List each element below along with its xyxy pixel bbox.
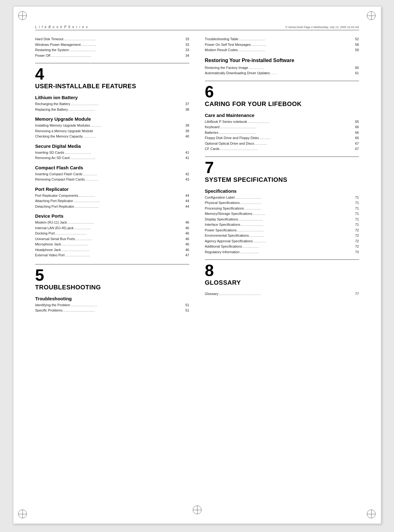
chapter-num-8: 8	[205, 262, 359, 278]
content-columns: Hard Disk Timeout ......................…	[35, 36, 359, 313]
toc-entry: Attaching Port Replicator ..............…	[35, 198, 189, 204]
toc-entry: Removing a Memory Upgrade Module 39	[35, 128, 189, 134]
corner-mark-br	[367, 510, 376, 519]
toc-entry: Inserting Compact Flash Cards ..........…	[35, 172, 189, 177]
section-heading-secure-digital: Secure Digital Media	[35, 143, 189, 149]
chapter-num-4: 4	[35, 66, 189, 82]
chapter-title-7: SYSTEM SPECIFICATIONS	[205, 176, 359, 183]
toc-entry: Detaching Port Replicator ..............…	[35, 204, 189, 209]
header-brand: L i f e B o o k P S e r i e s	[35, 25, 88, 29]
corner-mark-bl	[18, 510, 27, 519]
page-header: L i f e B o o k P S e r i e s P Series.b…	[35, 25, 359, 30]
toc-entry: Additional Specifications ............. …	[205, 244, 359, 249]
corner-mark-tr	[367, 11, 376, 21]
section-heading-care: Care and Maintenance	[205, 113, 359, 118]
section-heading-troubleshooting: Troubleshooting	[35, 296, 189, 301]
chapter-divider-4	[35, 63, 189, 63]
toc-entry: Specific Problems ......................…	[35, 308, 189, 313]
header-meta: P Series.book Page 4 Wednesday, July 13,…	[285, 26, 359, 29]
section-heading-specifications: Specifications	[205, 188, 359, 194]
section-heading-memory: Memory Upgrade Module	[35, 116, 189, 122]
toc-entry: Inserting SD Cards .....................…	[35, 150, 189, 155]
toc-entry: Glossary ...............................…	[205, 291, 359, 297]
toc-entry: Troubleshooting Table ..................…	[205, 36, 359, 42]
chapter-title-6: CARING FOR YOUR LIFEBOOK	[205, 100, 359, 108]
toc-entry: Power Specifications ...................…	[205, 228, 359, 233]
toc-entry: Recharging the Battery .................…	[35, 101, 189, 107]
toc-entry: Configuration Label ....................…	[205, 195, 359, 200]
toc-entry: Identifying the Problem ................…	[35, 302, 189, 308]
toc-entry: Replacing the Battery ..................…	[35, 107, 189, 112]
toc-entry: Interface Specifications ...............…	[205, 222, 359, 227]
section-heading-compact-flash: Compact Flash Cards	[35, 165, 189, 170]
toc-entry: Automatically Downloading Driver Updates…	[205, 70, 359, 76]
toc-entry: Restarting the System ..................…	[35, 47, 189, 53]
toc-entry: Installing Memory Upgrade Modules ......…	[35, 123, 189, 128]
toc-entry: Processing Specifications ............. …	[205, 206, 359, 211]
toc-entry: Port Replicator Components .............…	[35, 193, 189, 198]
toc-entry: Microphone Jack ..................... 46	[35, 242, 189, 247]
toc-entry: LifeBook P Series notebook .............…	[205, 119, 359, 124]
toc-entry: External Video Port ....................…	[35, 253, 189, 258]
right-column: Troubleshooting Table ..................…	[205, 36, 359, 313]
chapter-num-7: 7	[205, 159, 359, 176]
toc-entry: CF Cards .............................. …	[205, 146, 359, 152]
corner-mark-tl	[18, 11, 27, 21]
chapter-num-6: 6	[205, 84, 359, 100]
book-page: L i f e B o o k P S e r i e s P Series.b…	[13, 6, 381, 524]
toc-entry: Keyboard ............................. 6…	[205, 124, 359, 130]
toc-entry: Display Specifications .................…	[205, 217, 359, 222]
toc-entry: Restoring the Factory Image ............…	[205, 65, 359, 70]
section-heading-device-ports: Device Ports	[35, 213, 189, 219]
toc-entry: Floppy Disk Drive and Floppy Disks .....…	[205, 135, 359, 141]
left-column: Hard Disk Timeout ......................…	[35, 36, 189, 313]
toc-entry: Docking Port ......................... 4…	[35, 231, 189, 236]
section-heading-port-replicator: Port Replicator	[35, 186, 189, 192]
toc-entry: Optional Optical Drive and Discs .......…	[205, 141, 359, 146]
toc-entry: Checking the Memory Capacity .......... …	[35, 134, 189, 139]
toc-entry: Internal LAN (RJ-45) jack ............. …	[35, 225, 189, 231]
chapter-divider-7	[205, 157, 359, 157]
toc-entry: Memory/Storage Specifications ..........…	[205, 211, 359, 216]
chapter-title-4: USER-INSTALLABLE FEATURES	[35, 83, 189, 90]
toc-entry: Removing Compact Flash Cards .......... …	[35, 177, 189, 182]
chapter-num-5: 5	[35, 267, 189, 283]
toc-entry: Batteries ............................. …	[205, 130, 359, 135]
initial-entries-left: Hard Disk Timeout ......................…	[35, 36, 189, 58]
toc-entry: Headphone Jack ...................... 46	[35, 247, 189, 253]
toc-entry: Hard Disk Timeout ......................…	[35, 36, 189, 42]
chapter-divider-6	[205, 81, 359, 81]
toc-entry: Removing An SD Card ....................…	[35, 155, 189, 161]
chapter-title-5: TROUBLESHOOTING	[35, 284, 189, 291]
chapter-title-8: GLOSSARY	[205, 279, 359, 286]
toc-entry: Power Off ..............................…	[35, 53, 189, 58]
toc-entry: Physical Specifications ................…	[205, 200, 359, 206]
section-heading-restoring: Restoring Your Pre-installed Software	[205, 58, 359, 63]
chapter-divider-5	[35, 264, 189, 264]
toc-entry: Environmental Specifications ...........…	[205, 233, 359, 238]
toc-entry: Regulatory Information ............... 7…	[205, 249, 359, 255]
toc-entry: Modem (RJ-11) Jack .....................…	[35, 220, 189, 225]
toc-entry: Agency Approval Specifications .........…	[205, 239, 359, 244]
bottom-registration-mark	[193, 505, 202, 514]
initial-entries-right: Troubleshooting Table ..................…	[205, 36, 359, 53]
section-heading-lithium: Lithium ion Battery	[35, 95, 189, 100]
chapter-divider-8	[205, 259, 359, 260]
toc-entry: Windows Power Management ............ 33	[35, 42, 189, 47]
toc-entry: Power On Self Test Messages ............…	[205, 42, 359, 47]
toc-entry: Modem Result Codes .....................…	[205, 47, 359, 53]
toc-entry: Universal Serial Bus Ports .............…	[35, 236, 189, 242]
